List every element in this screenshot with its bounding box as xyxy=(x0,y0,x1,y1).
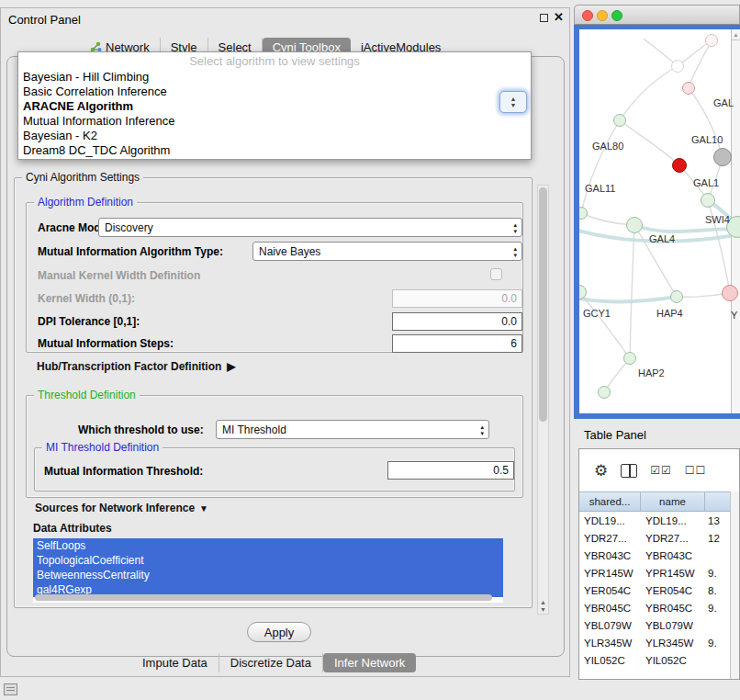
mi-type-select[interactable]: Naive Bayes ▴▾ xyxy=(252,242,522,261)
close-icon[interactable]: ✕ xyxy=(554,12,564,23)
deselect-all-checkboxes-icon[interactable]: ☐☐ xyxy=(685,464,707,477)
algorithm-option[interactable]: Basic Correlation Inference xyxy=(18,85,531,99)
mi-threshold-definition-title: MI Threshold Definition xyxy=(42,441,163,454)
select-all-checkboxes-icon[interactable]: ☑☑ xyxy=(650,464,672,477)
network-canvas[interactable]: ▲ GALGAL80GAL10GAL11GAL1SWI4GAL4GCY1HAP4… xyxy=(579,29,740,413)
column-header[interactable]: name xyxy=(641,492,705,511)
tab-discretize-data[interactable]: Discretize Data xyxy=(219,653,323,672)
sources-section-header[interactable]: Sources for Network Inference ▼ xyxy=(35,502,208,514)
table-scrollbar[interactable] xyxy=(730,491,739,680)
network-node[interactable] xyxy=(670,290,683,303)
mi-threshold-field[interactable]: 0.5 xyxy=(387,461,514,480)
threshold-definition-title: Threshold Definition xyxy=(34,389,140,401)
table-row[interactable]: YER054C YER054C 8. xyxy=(579,581,732,599)
scrollbar-arrow-icon[interactable]: ▲ xyxy=(732,29,740,40)
attribute-item[interactable]: TopologicalCoefficient xyxy=(33,553,503,568)
network-node[interactable] xyxy=(682,82,695,95)
hub-transcription-factor-section[interactable]: Hub/Transcription Factor Definition ▶ xyxy=(37,360,236,373)
columns-icon[interactable] xyxy=(621,464,637,478)
dpi-tolerance-label: DPI Tolerance [0,1]: xyxy=(38,315,140,328)
restore-panel-icon[interactable] xyxy=(4,683,17,695)
table-row[interactable]: YDL19... YDL19... 13 xyxy=(579,512,732,529)
cell-shared-name: YBR045C xyxy=(579,603,641,614)
cell-shared-name: YLR345W xyxy=(579,638,641,649)
combo-arrows-icon: ▴▾ xyxy=(480,423,484,436)
aracne-mode-select[interactable]: Discovery ▴▾ xyxy=(98,218,522,237)
manual-kernel-label: Manual Kernel Width Definition xyxy=(38,269,200,282)
control-panel-titlebar: Control Panel ✕ xyxy=(1,8,569,30)
table-body: YDL19... YDL19... 13 YDR27... YDR27... 1… xyxy=(579,512,732,669)
cell-value: 12 xyxy=(705,533,732,544)
aracne-mode-value: Discovery xyxy=(105,221,153,234)
algorithm-option[interactable]: Bayesian - K2 xyxy=(18,129,531,143)
algorithm-option[interactable]: Bayesian - Hill Climbing xyxy=(18,70,531,85)
which-threshold-select[interactable]: MI Threshold ▴▾ xyxy=(216,420,489,439)
network-node[interactable] xyxy=(613,114,626,127)
zoom-traffic-light-icon[interactable] xyxy=(611,10,622,21)
network-node[interactable] xyxy=(626,217,643,233)
algorithm-option[interactable]: Dream8 DC_TDC Algorithm xyxy=(18,143,531,158)
manual-kernel-checkbox[interactable] xyxy=(490,268,502,280)
kernel-width-field[interactable]: 0.0 xyxy=(392,289,522,308)
close-traffic-light-icon[interactable] xyxy=(582,10,593,21)
cell-name: YDL19... xyxy=(641,515,705,526)
cell-name: YPR145W xyxy=(641,568,705,579)
column-header[interactable]: shared... xyxy=(579,492,641,511)
settings-scrollbar[interactable]: ▲▼ xyxy=(537,185,549,615)
tab-impute-data[interactable]: Impute Data xyxy=(131,653,219,672)
network-node-label: GAL11 xyxy=(585,183,615,194)
cell-shared-name: YPR145W xyxy=(579,568,641,579)
tab-infer-network[interactable]: Infer Network xyxy=(323,653,416,672)
float-window-icon[interactable] xyxy=(540,14,548,22)
network-node[interactable] xyxy=(672,158,687,173)
network-window-titlebar[interactable] xyxy=(574,5,740,25)
cell-shared-name: YDR27... xyxy=(579,533,641,544)
network-node-label: GAL xyxy=(713,97,734,108)
network-node[interactable] xyxy=(701,193,715,208)
mi-type-value: Naive Bayes xyxy=(259,245,320,258)
network-node[interactable] xyxy=(705,34,718,47)
mi-steps-field[interactable]: 6 xyxy=(392,334,522,353)
algorithm-combo-arrow-button[interactable]: ▲▼ xyxy=(499,91,527,113)
network-node[interactable] xyxy=(722,285,738,301)
scrollbar-arrows[interactable]: ▲▼ xyxy=(538,599,548,614)
table-row[interactable]: YIL052C YIL052C xyxy=(579,651,732,669)
which-threshold-value: MI Threshold xyxy=(222,423,286,436)
table-header: shared...name xyxy=(579,491,739,512)
attribute-item[interactable]: BetweennessCentrality xyxy=(33,568,503,582)
table-panel-window: ⚙ ☑☑ ☐☐ shared...name YDL19... YDL19... … xyxy=(578,448,740,680)
attribute-item[interactable]: SelfLoops xyxy=(33,538,503,553)
gear-icon[interactable]: ⚙ xyxy=(594,461,608,480)
table-row[interactable]: YLR345W YLR345W 9. xyxy=(579,634,732,651)
which-threshold-label: Which threshold to use: xyxy=(78,423,204,436)
network-node-label: GAL80 xyxy=(592,141,623,152)
network-view-window: ▲ GALGAL80GAL10GAL11GAL1SWI4GAL4GCY1HAP4… xyxy=(574,5,740,419)
dpi-tolerance-field[interactable]: 0.0 xyxy=(392,312,522,331)
network-node-label: GAL10 xyxy=(691,134,723,145)
cell-name: YDR27... xyxy=(641,533,705,544)
table-row[interactable]: YBR045C YBR045C 9. xyxy=(579,599,732,616)
cell-name: YBR043C xyxy=(641,550,705,561)
network-node-label: SWI4 xyxy=(705,214,730,225)
network-node[interactable] xyxy=(713,148,732,166)
table-row[interactable]: YBR043C YBR043C xyxy=(579,547,732,564)
data-attributes-label: Data Attributes xyxy=(33,522,112,535)
scrollbar-thumb[interactable] xyxy=(539,187,547,422)
minimize-traffic-light-icon[interactable] xyxy=(597,10,608,21)
apply-button[interactable]: Apply xyxy=(247,622,311,642)
cell-shared-name: YER054C xyxy=(579,585,641,596)
network-node[interactable] xyxy=(623,352,636,365)
table-row[interactable]: YBL079W YBL079W xyxy=(579,616,732,634)
algorithm-option-selected[interactable]: ARACNE Algorithm xyxy=(18,99,531,114)
mi-type-label: Mutual Information Algorithm Type: xyxy=(38,245,223,258)
bottom-tabs: Impute Data Discretize Data Infer Networ… xyxy=(131,652,416,672)
chevron-right-icon: ▶ xyxy=(227,360,235,373)
hub-section-label: Hub/Transcription Factor Definition xyxy=(37,360,221,373)
network-node[interactable] xyxy=(598,386,611,399)
network-node[interactable] xyxy=(671,60,684,73)
table-row[interactable]: YDR27... YDR27... 12 xyxy=(579,529,732,547)
table-row[interactable]: YPR145W YPR145W 9. xyxy=(579,564,732,581)
table-panel-title: Table Panel xyxy=(584,428,646,442)
horizontal-scrollbar[interactable] xyxy=(35,594,492,601)
algorithm-option[interactable]: Mutual Information Inference xyxy=(18,114,531,129)
